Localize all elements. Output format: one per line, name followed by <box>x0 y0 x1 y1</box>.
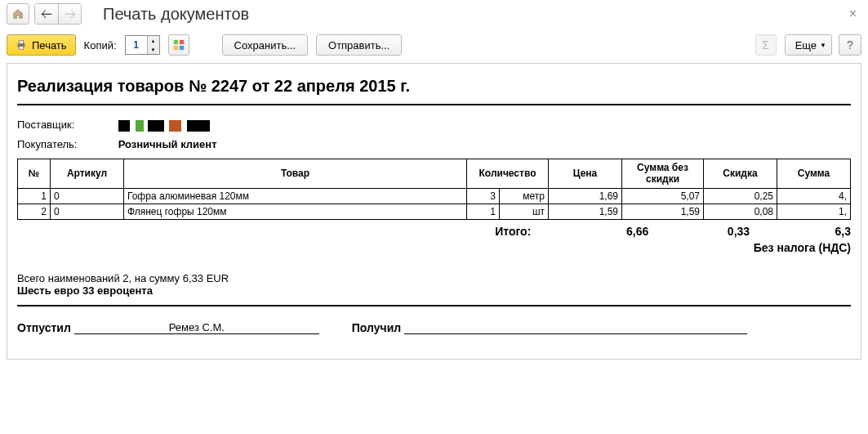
copies-up[interactable]: ▲ <box>148 36 159 45</box>
copies-value[interactable]: 1 <box>126 36 147 54</box>
more-button[interactable]: Еще ▼ <box>785 34 832 56</box>
buyer-row: Покупатель: Розничный клиент <box>17 138 851 150</box>
document-title: Реализация товаров № 2247 от 22 апреля 2… <box>17 77 851 102</box>
table-row: 10Гофра алюминевая 120мм3метр1,695,070,2… <box>18 188 851 204</box>
table-row: 20Флянец гофры 120мм1шт1,591,590,081, <box>18 204 851 219</box>
more-label: Еще <box>795 39 817 51</box>
save-button[interactable]: Сохранить... <box>222 34 308 56</box>
received-label: Получил <box>352 321 401 334</box>
supplier-label: Поставщик: <box>17 119 115 131</box>
signature-row: Отпустил Ремез С.М. Получил <box>17 321 851 334</box>
totals-label: Итого: <box>73 225 531 238</box>
document-area: Реализация товаров № 2247 от 22 апреля 2… <box>7 63 861 360</box>
page-title: Печать документов <box>103 5 249 24</box>
col-product: Товар <box>124 159 467 188</box>
svg-rect-5 <box>173 46 177 50</box>
copies-label: Копий: <box>84 39 117 51</box>
totals-row: Итого: 6,66 0,33 6,3 <box>17 225 851 238</box>
totals-sum-nd: 6,66 <box>534 225 648 238</box>
send-button[interactable]: Отправить... <box>316 34 402 56</box>
back-button[interactable]: 🡠 <box>35 4 58 24</box>
print-label: Печать <box>32 39 67 51</box>
received-line <box>404 321 747 334</box>
svg-rect-2 <box>19 47 23 50</box>
supplier-value <box>118 120 233 132</box>
col-price: Цена <box>549 159 622 188</box>
tax-note: Без налога (НДС) <box>17 241 851 254</box>
totals-disc: 0,33 <box>652 225 750 238</box>
forward-button[interactable]: 🡢 <box>58 4 81 24</box>
svg-rect-3 <box>173 40 177 44</box>
col-disc: Скидка <box>704 159 777 188</box>
totals-sum: 6,3 <box>753 225 851 238</box>
svg-rect-6 <box>179 46 183 50</box>
sum-button-disabled: Σ <box>755 34 777 56</box>
copies-spinner[interactable]: 1 ▲ ▼ <box>125 35 160 55</box>
summary-line: Всего наименований 2, на сумму 6,33 EUR <box>17 272 851 284</box>
col-sum: Сумма <box>777 159 851 188</box>
buyer-label: Покупатель: <box>17 138 115 150</box>
printer-icon <box>16 39 27 51</box>
items-table: № Артикул Товар Количество Цена Сумма бе… <box>17 159 851 220</box>
sum-words: Шесть евро 33 евроцента <box>17 284 851 297</box>
released-name: Ремез С.М. <box>74 321 319 334</box>
svg-rect-4 <box>179 40 183 44</box>
chevron-down-icon: ▼ <box>820 42 826 49</box>
grid-color-icon <box>173 39 185 51</box>
buyer-value: Розничный клиент <box>118 138 217 150</box>
col-qty: Количество <box>467 159 549 188</box>
col-sum-nd: Сумма без скидки <box>622 159 704 188</box>
col-sku: Артикул <box>51 159 124 188</box>
help-button[interactable]: ? <box>839 34 861 56</box>
template-button[interactable] <box>168 34 189 56</box>
home-button[interactable] <box>7 3 29 25</box>
col-num: № <box>18 159 51 188</box>
close-button[interactable]: × <box>844 5 861 23</box>
released-label: Отпустил <box>17 321 71 334</box>
print-button[interactable]: Печать <box>7 34 76 56</box>
toolbar: Печать Копий: 1 ▲ ▼ Сохранить... Отправи… <box>0 28 868 63</box>
nav-history: 🡠 🡢 <box>34 3 82 25</box>
svg-rect-1 <box>19 41 23 44</box>
home-icon <box>12 8 24 20</box>
supplier-row: Поставщик: <box>17 119 851 132</box>
copies-down[interactable]: ▼ <box>148 45 159 54</box>
